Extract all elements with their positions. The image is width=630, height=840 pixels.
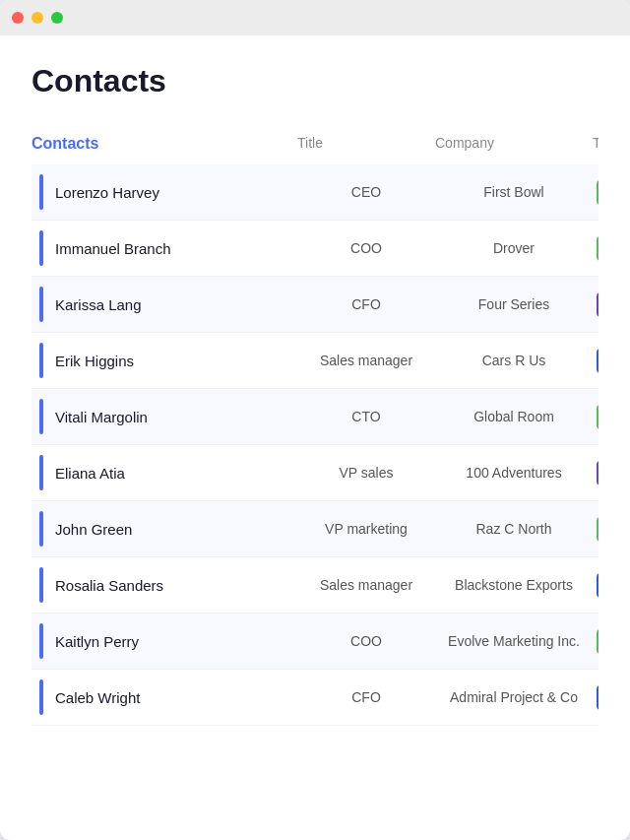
contact-name: Eliana Atia	[55, 465, 125, 482]
contact-name: Kaitlyn Perry	[55, 633, 139, 650]
tag-cell: Ve	[593, 676, 598, 720]
company-cell: Cars R Us	[435, 343, 593, 378]
contact-cell: Karissa Lang	[32, 277, 297, 332]
title-cell: Sales manager	[297, 343, 435, 378]
row-indicator	[39, 623, 43, 659]
company-cell: Evolve Marketing Inc.	[435, 623, 593, 659]
col-header-contacts: Contacts	[32, 135, 297, 153]
row-indicator	[39, 287, 43, 322]
company-cell: Blackstone Exports	[435, 567, 593, 603]
status-badge: Le	[597, 629, 598, 654]
table-row[interactable]: Erik Higgins Sales manager Cars R Us Ve	[32, 333, 598, 389]
status-badge: Ve	[597, 349, 598, 373]
row-indicator	[39, 511, 43, 547]
row-indicator	[39, 174, 43, 210]
row-indicator	[39, 455, 43, 490]
title-bar	[0, 0, 630, 35]
row-indicator	[39, 679, 43, 715]
col-header-title: Title	[297, 135, 435, 153]
row-indicator	[39, 343, 43, 378]
title-cell: COO	[297, 230, 435, 266]
contacts-table: Contacts Title Company T Lorenzo Harvey …	[32, 127, 598, 726]
tag-cell: Ve	[593, 563, 598, 608]
col-header-company: Company	[435, 135, 593, 153]
contact-cell: John Green	[32, 501, 297, 556]
table-row[interactable]: Rosalia Sanders Sales manager Blackstone…	[32, 557, 598, 614]
contact-name: Erik Higgins	[55, 353, 134, 369]
table-body: Lorenzo Harvey CEO First Bowl Le Immanue…	[32, 164, 598, 726]
status-badge: Ve	[597, 573, 598, 598]
tag-cell: Le	[593, 619, 598, 664]
title-cell: CTO	[297, 399, 435, 434]
company-cell: Four Series	[435, 287, 593, 322]
contact-name: Vitali Margolin	[55, 409, 148, 425]
contact-name: Caleb Wright	[55, 689, 140, 706]
app-window: Contacts Contacts Title Company T Lorenz…	[0, 0, 630, 840]
title-cell: CFO	[297, 287, 435, 322]
title-cell: Sales manager	[297, 567, 435, 603]
company-cell: Raz C North	[435, 511, 593, 547]
company-cell: First Bowl	[435, 174, 593, 210]
contact-cell: Caleb Wright	[32, 670, 297, 725]
title-cell: CFO	[297, 679, 435, 715]
company-cell: Global Room	[435, 399, 593, 434]
col-header-type: T	[593, 135, 598, 153]
contact-cell: Immanuel Branch	[32, 221, 297, 276]
close-button[interactable]	[12, 12, 24, 24]
contact-name: Rosalia Sanders	[55, 577, 163, 594]
status-badge: Le	[597, 180, 598, 205]
row-indicator	[39, 230, 43, 266]
row-indicator	[39, 399, 43, 434]
table-row[interactable]: Lorenzo Harvey CEO First Bowl Le	[32, 164, 598, 221]
contact-cell: Vitali Margolin	[32, 389, 297, 444]
table-row[interactable]: Immanuel Branch COO Drover Le	[32, 221, 598, 277]
contact-name: Karissa Lang	[55, 296, 142, 313]
table-row[interactable]: John Green VP marketing Raz C North Le	[32, 501, 598, 557]
contact-cell: Eliana Atia	[32, 445, 297, 500]
tag-cell: Le	[593, 507, 598, 551]
status-badge: Cus	[597, 461, 598, 485]
contact-name: Lorenzo Harvey	[55, 184, 159, 201]
table-row[interactable]: Vitali Margolin CTO Global Room Le	[32, 389, 598, 445]
table-row[interactable]: Caleb Wright CFO Admiral Project & Co Ve	[32, 670, 598, 726]
company-cell: Drover	[435, 230, 593, 266]
status-badge: Le	[597, 405, 598, 429]
title-cell: COO	[297, 623, 435, 659]
title-cell: VP marketing	[297, 511, 435, 547]
contact-cell: Rosalia Sanders	[32, 557, 297, 613]
table-header: Contacts Title Company T	[32, 127, 598, 161]
tag-cell: Cus	[593, 283, 598, 327]
main-content: Contacts Contacts Title Company T Lorenz…	[0, 35, 630, 753]
company-cell: Admiral Project & Co	[435, 679, 593, 715]
tag-cell: Le	[593, 170, 598, 215]
row-indicator	[39, 567, 43, 603]
tag-cell: Cus	[593, 451, 598, 495]
minimize-button[interactable]	[32, 12, 43, 24]
contact-cell: Kaitlyn Perry	[32, 614, 297, 669]
tag-cell: Ve	[593, 339, 598, 383]
status-badge: Cus	[597, 292, 598, 317]
title-cell: VP sales	[297, 455, 435, 490]
contact-name: Immanuel Branch	[55, 240, 171, 257]
title-cell: CEO	[297, 174, 435, 210]
status-badge: Le	[597, 236, 598, 261]
contact-cell: Lorenzo Harvey	[32, 164, 297, 220]
tag-cell: Le	[593, 226, 598, 271]
page-title: Contacts	[32, 63, 598, 99]
status-badge: Le	[597, 517, 598, 542]
tag-cell: Le	[593, 395, 598, 439]
contact-name: John Green	[55, 521, 132, 538]
status-badge: Ve	[597, 685, 598, 710]
table-row[interactable]: Kaitlyn Perry COO Evolve Marketing Inc. …	[32, 614, 598, 670]
table-row[interactable]: Karissa Lang CFO Four Series Cus	[32, 277, 598, 333]
table-row[interactable]: Eliana Atia VP sales 100 Adventures Cus	[32, 445, 598, 501]
company-cell: 100 Adventures	[435, 455, 593, 490]
maximize-button[interactable]	[51, 12, 63, 24]
contact-cell: Erik Higgins	[32, 333, 297, 388]
